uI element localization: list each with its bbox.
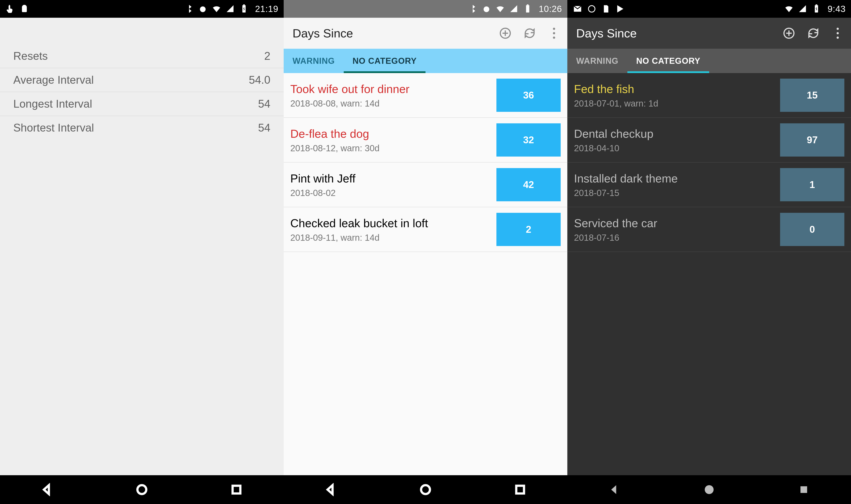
svg-point-9 — [421, 485, 430, 494]
status-time: 9:43 — [828, 4, 846, 14]
nav-home[interactable] — [417, 481, 434, 499]
days-badge[interactable]: 97 — [780, 123, 844, 157]
list-item[interactable]: Fed the fish 2018-07-01, warn: 1d 15 — [567, 73, 851, 118]
svg-point-3 — [137, 485, 146, 494]
stat-label: Longest Interval — [13, 97, 92, 110]
app-title: Days Since — [576, 26, 637, 40]
item-subtitle: 2018-04-10 — [574, 143, 776, 153]
phone-dark: 9:43 Days Since WARNING NO CATEGORY Fed … — [567, 0, 851, 504]
stat-label: Average Interval — [13, 73, 94, 86]
days-badge[interactable]: 15 — [780, 78, 844, 112]
nav-back[interactable] — [38, 481, 56, 499]
nav-back[interactable] — [606, 481, 623, 499]
task-list: Fed the fish 2018-07-01, warn: 1d 15 Den… — [567, 73, 851, 475]
play-icon — [615, 4, 625, 14]
item-subtitle: 2018-08-12, warn: 30d — [290, 143, 492, 153]
alarm-icon — [482, 4, 491, 14]
overflow-menu[interactable] — [831, 26, 844, 40]
wifi-icon — [784, 4, 794, 14]
gmail-icon — [573, 4, 583, 14]
list-item[interactable]: Checked leak bucket in loft 2018-09-11, … — [284, 207, 567, 252]
stats-panel: Resets 2 Average Interval 54.0 Longest I… — [0, 18, 284, 475]
tab-warning[interactable]: WARNING — [284, 49, 344, 73]
alarm-icon — [198, 4, 208, 14]
tab-warning[interactable]: WARNING — [567, 49, 627, 73]
stat-row: Average Interval 54.0 — [0, 68, 284, 92]
item-subtitle: 2018-09-11, warn: 14d — [290, 233, 492, 243]
stat-value: 54 — [258, 97, 271, 110]
battery-icon — [523, 4, 533, 14]
item-title: Took wife out for dinner — [290, 82, 492, 96]
days-badge[interactable]: 42 — [497, 168, 561, 201]
svg-rect-4 — [232, 486, 240, 493]
nav-home[interactable] — [133, 481, 151, 499]
signal-icon — [225, 4, 235, 14]
refresh-button[interactable] — [807, 26, 820, 40]
add-button[interactable] — [499, 26, 512, 40]
days-badge[interactable]: 2 — [497, 213, 561, 246]
nav-recent[interactable] — [228, 481, 245, 499]
item-subtitle: 2018-07-16 — [574, 233, 776, 243]
status-time: 10:26 — [539, 4, 562, 14]
days-badge[interactable]: 0 — [780, 213, 844, 246]
nav-recent[interactable] — [511, 481, 529, 499]
battery-charging-icon — [239, 4, 249, 14]
task-list: Took wife out for dinner 2018-08-08, war… — [284, 73, 567, 475]
nav-recent[interactable] — [795, 481, 813, 499]
nav-bar — [567, 475, 851, 504]
item-title: Pint with Jeff — [290, 172, 492, 186]
nav-back[interactable] — [322, 481, 340, 499]
add-button[interactable] — [782, 26, 796, 40]
svg-rect-10 — [516, 486, 524, 493]
touch-icon — [5, 4, 15, 14]
days-badge[interactable]: 32 — [497, 123, 561, 157]
signal-icon — [798, 4, 807, 14]
battery-charging-icon — [812, 4, 821, 14]
item-title: Installed dark theme — [574, 172, 776, 186]
list-item[interactable]: Serviced the car 2018-07-16 0 — [567, 207, 851, 252]
item-subtitle: 2018-07-01, warn: 1d — [574, 98, 776, 108]
signal-icon — [509, 4, 519, 14]
sd-icon — [601, 4, 611, 14]
tab-no-category[interactable]: NO CATEGORY — [627, 49, 709, 73]
stat-row: Longest Interval 54 — [0, 92, 284, 116]
item-title: De-flea the dog — [290, 127, 492, 141]
nav-home[interactable] — [700, 481, 718, 499]
stat-label: Shortest Interval — [13, 121, 94, 134]
status-bar: 10:26 — [284, 0, 567, 18]
android-icon — [19, 4, 29, 14]
svg-rect-6 — [526, 5, 529, 13]
phone-stats: 21:19 Resets 2 Average Interval 54.0 Lon… — [0, 0, 284, 504]
list-item[interactable]: De-flea the dog 2018-08-12, warn: 30d 32 — [284, 118, 567, 163]
item-subtitle: 2018-08-02 — [290, 188, 492, 198]
refresh-button[interactable] — [523, 26, 536, 40]
svg-rect-7 — [527, 4, 528, 5]
nav-bar — [284, 475, 567, 504]
stat-value: 2 — [264, 50, 271, 62]
nav-bar — [0, 475, 284, 504]
tab-bar: WARNING NO CATEGORY — [284, 49, 567, 73]
overflow-menu[interactable] — [548, 26, 561, 40]
days-badge[interactable]: 36 — [497, 78, 561, 112]
stat-label: Resets — [13, 50, 48, 62]
status-time: 21:19 — [255, 4, 278, 14]
list-item[interactable]: Installed dark theme 2018-07-15 1 — [567, 163, 851, 207]
svg-rect-2 — [243, 4, 245, 5]
svg-point-12 — [588, 5, 595, 12]
list-item[interactable]: Took wife out for dinner 2018-08-08, war… — [284, 73, 567, 118]
status-bar: 9:43 — [567, 0, 851, 18]
days-badge[interactable]: 1 — [780, 168, 844, 201]
list-item[interactable]: Dental checkup 2018-04-10 97 — [567, 118, 851, 163]
stat-row: Resets 2 — [0, 44, 284, 68]
tab-bar: WARNING NO CATEGORY — [567, 49, 851, 73]
tab-no-category[interactable]: NO CATEGORY — [344, 49, 426, 73]
circle-icon — [587, 4, 596, 14]
app-bar: Days Since — [284, 18, 567, 49]
svg-rect-14 — [816, 4, 817, 5]
item-subtitle: 2018-08-08, warn: 14d — [290, 98, 492, 108]
status-bar: 21:19 — [0, 0, 284, 18]
svg-point-16 — [705, 485, 714, 494]
list-item[interactable]: Pint with Jeff 2018-08-02 42 — [284, 163, 567, 207]
item-title: Fed the fish — [574, 82, 776, 96]
stat-value: 54 — [258, 121, 271, 134]
